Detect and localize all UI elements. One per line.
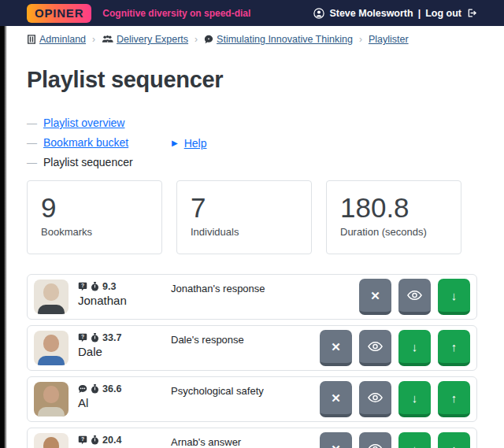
duration-value: 36.6 bbox=[102, 383, 121, 394]
window-shadow bbox=[0, 26, 7, 448]
avatar bbox=[34, 433, 69, 448]
opiner-logo[interactable]: OPINER bbox=[27, 4, 91, 23]
question-bubble-icon: ? bbox=[78, 333, 87, 342]
arrow-up-icon: ↑ bbox=[451, 392, 458, 404]
stat-card: 180.8 Duration (seconds) bbox=[326, 180, 461, 254]
app-header: OPINER Cognitive diversity on speed-dial… bbox=[0, 0, 504, 26]
preview-button[interactable] bbox=[398, 279, 431, 315]
arrow-down-icon: ↓ bbox=[412, 443, 418, 448]
move-up-button[interactable]: ↑ bbox=[438, 381, 470, 417]
speech-bubble-icon bbox=[204, 35, 213, 44]
section-link-list: — Playlist overview — Bookmark bucket — … bbox=[27, 113, 172, 172]
page-title: Playlist sequencer bbox=[27, 67, 477, 93]
stat-value: 7 bbox=[191, 192, 298, 224]
response-title: Jonathan's response bbox=[171, 275, 359, 294]
list-dash: — bbox=[27, 114, 37, 133]
person-circle-icon bbox=[313, 8, 324, 19]
help-link[interactable]: Help bbox=[184, 134, 207, 153]
move-down-button[interactable]: ↓ bbox=[398, 432, 431, 448]
breadcrumb-item: Adminland › bbox=[27, 34, 95, 45]
nav-list-item: — Playlist sequencer bbox=[27, 153, 172, 172]
close-icon: ✕ bbox=[370, 290, 380, 302]
breadcrumb-link[interactable]: Stimulating Innovative Thinking bbox=[217, 34, 353, 45]
response-title: Psychological safety bbox=[171, 377, 320, 397]
eye-icon bbox=[368, 443, 383, 448]
eye-icon bbox=[368, 392, 383, 403]
arrow-up-icon: ↑ bbox=[451, 341, 458, 353]
close-icon: ✕ bbox=[331, 392, 341, 404]
logout-link[interactable]: Log out bbox=[425, 8, 461, 19]
arrow-down-icon: ↓ bbox=[412, 341, 418, 353]
nav-list-item: — Bookmark bucket bbox=[27, 133, 172, 153]
breadcrumb-item: Stimulating Innovative Thinking › bbox=[204, 34, 362, 45]
page-nav: — Playlist overview — Bookmark bucket — … bbox=[27, 113, 477, 172]
move-down-button[interactable]: ↓ bbox=[398, 381, 431, 417]
breadcrumb-link[interactable]: Playlister bbox=[369, 34, 409, 45]
stat-value: 9 bbox=[41, 192, 148, 224]
person-name: Dale bbox=[78, 345, 171, 358]
help-toggle[interactable]: ▶ Help bbox=[172, 113, 207, 172]
breadcrumb-separator: › bbox=[359, 34, 362, 45]
stopwatch-icon bbox=[91, 333, 99, 342]
app-tagline: Cognitive diversity on speed-dial bbox=[102, 8, 250, 19]
svg-text:?: ? bbox=[81, 436, 84, 442]
breadcrumb-item: Delivery Experts › bbox=[102, 34, 198, 45]
duration-value: 33.7 bbox=[102, 332, 121, 343]
breadcrumb-link[interactable]: Adminland bbox=[39, 34, 86, 45]
stat-card: 7 Individuals bbox=[176, 180, 312, 254]
nav-link[interactable]: Bookmark bucket bbox=[43, 133, 128, 152]
response-title: Arnab's answer bbox=[171, 428, 320, 448]
nav-link[interactable]: Playlist overview bbox=[43, 113, 124, 132]
person-name: Jonathan bbox=[78, 294, 171, 307]
question-bubble-icon: ? bbox=[78, 282, 87, 291]
duration-value: 9.3 bbox=[102, 281, 116, 292]
move-down-button[interactable]: ↓ bbox=[438, 279, 470, 315]
logout-icon bbox=[466, 8, 477, 18]
playlist-row: ? 9.3 Jonathan Jo bbox=[27, 274, 477, 320]
remove-button[interactable]: ✕ bbox=[320, 330, 352, 366]
stat-label: Individuals bbox=[191, 226, 298, 238]
remove-button[interactable]: ✕ bbox=[320, 381, 352, 417]
response-title: Dale's response bbox=[171, 326, 320, 346]
row-actions: ✕ ↓ ↑ bbox=[320, 432, 470, 448]
preview-button[interactable] bbox=[359, 432, 391, 448]
breadcrumb-item: Playlister bbox=[369, 34, 409, 45]
move-up-button[interactable]: ↑ bbox=[438, 330, 470, 366]
move-up-button[interactable]: ↑ bbox=[438, 432, 470, 448]
person-name: Al bbox=[78, 396, 171, 409]
breadcrumb-link[interactable]: Delivery Experts bbox=[117, 34, 188, 45]
avatar bbox=[34, 280, 69, 314]
arrow-up-icon: ↑ bbox=[451, 443, 458, 448]
building-icon bbox=[27, 35, 36, 44]
stopwatch-icon bbox=[91, 282, 99, 291]
nav-list-item: — Playlist overview bbox=[27, 113, 172, 133]
preview-button[interactable] bbox=[359, 330, 391, 366]
close-icon: ✕ bbox=[331, 443, 341, 448]
eye-icon bbox=[407, 290, 422, 301]
eye-icon bbox=[368, 341, 383, 352]
list-dash: — bbox=[27, 154, 37, 172]
stat-label: Bookmarks bbox=[41, 226, 148, 238]
avatar bbox=[34, 331, 69, 365]
svg-text:?: ? bbox=[81, 334, 84, 339]
breadcrumb: Adminland › Delivery Experts › bbox=[27, 34, 477, 45]
duration-value: 20.4 bbox=[102, 435, 121, 446]
preview-button[interactable] bbox=[359, 381, 391, 417]
row-actions: ✕ ↓ ↑ bbox=[320, 330, 470, 366]
remove-button[interactable]: ✕ bbox=[320, 432, 352, 448]
question-bubble-icon: ? bbox=[78, 435, 87, 445]
playlist-row: ? 33.7 Dale Dale' bbox=[27, 325, 477, 371]
stopwatch-icon bbox=[91, 384, 99, 394]
list-dash: — bbox=[27, 134, 37, 153]
arrow-down-icon: ↓ bbox=[451, 290, 458, 302]
remove-button[interactable]: ✕ bbox=[359, 279, 391, 315]
user-separator: | bbox=[418, 8, 421, 19]
arrow-down-icon: ↓ bbox=[412, 392, 418, 404]
stat-card: 9 Bookmarks bbox=[27, 180, 162, 254]
stat-value: 180.8 bbox=[340, 192, 447, 224]
playlist-sequencer-list: ? 9.3 Jonathan Jo bbox=[27, 274, 477, 448]
avatar bbox=[34, 382, 69, 417]
user-menu[interactable]: Steve Molesworth | Log out bbox=[313, 8, 477, 19]
move-down-button[interactable]: ↓ bbox=[398, 330, 431, 366]
breadcrumb-separator: › bbox=[195, 34, 198, 45]
